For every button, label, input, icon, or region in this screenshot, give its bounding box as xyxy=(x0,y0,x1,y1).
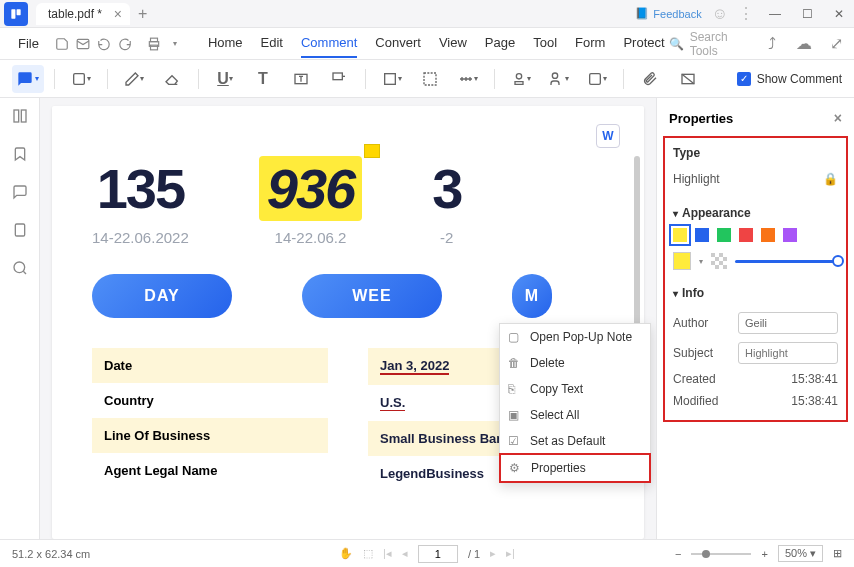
maximize-button[interactable]: ☐ xyxy=(796,3,818,25)
hide-tool[interactable] xyxy=(672,65,704,93)
menu-protect[interactable]: Protect xyxy=(623,29,664,58)
ctx-open-popup[interactable]: ▢Open Pop-Up Note xyxy=(500,324,650,350)
svg-rect-26 xyxy=(715,265,719,269)
ctx-properties[interactable]: ⚙Properties xyxy=(499,453,651,483)
user-icon[interactable]: ☺ xyxy=(712,5,728,23)
file-menu[interactable]: File xyxy=(8,32,49,55)
convert-word-icon[interactable]: W xyxy=(596,124,620,148)
swatch-blue[interactable] xyxy=(695,228,709,242)
zoom-slider[interactable] xyxy=(691,553,751,555)
pencil-tool[interactable]: ▾ xyxy=(118,65,150,93)
info-section[interactable]: ▾Info xyxy=(673,286,838,300)
menu-tool[interactable]: Tool xyxy=(533,29,557,58)
close-icon[interactable]: × xyxy=(834,110,842,126)
appearance-section[interactable]: ▾Appearance xyxy=(673,206,838,220)
note-tool[interactable]: ▾ xyxy=(12,65,44,93)
ctx-set-default[interactable]: ☑Set as Default xyxy=(500,428,650,454)
cloud-icon[interactable]: ☁ xyxy=(794,34,814,54)
swatch-purple[interactable] xyxy=(783,228,797,242)
zoom-out-icon[interactable]: − xyxy=(675,548,681,560)
close-button[interactable]: ✕ xyxy=(828,3,850,25)
app-icon xyxy=(4,2,28,26)
search-panel-icon[interactable] xyxy=(10,258,30,278)
hand-tool-icon[interactable]: ✋ xyxy=(339,547,353,560)
ctx-select-all[interactable]: ▣Select All xyxy=(500,402,650,428)
swatch-orange[interactable] xyxy=(761,228,775,242)
menu-comment[interactable]: Comment xyxy=(301,29,357,58)
page-input[interactable] xyxy=(418,545,458,563)
svg-rect-27 xyxy=(723,265,727,269)
titlebar: table.pdf * × + 📘 Feedback ☺ ⋮ — ☐ ✕ xyxy=(0,0,854,28)
feedback-button[interactable]: 📘 Feedback xyxy=(635,7,701,20)
fit-page-icon[interactable]: ⊞ xyxy=(833,547,842,560)
svg-rect-6 xyxy=(74,73,85,84)
last-page-icon[interactable]: ▸| xyxy=(506,547,515,560)
swatch-yellow[interactable] xyxy=(673,228,687,242)
swatch-green[interactable] xyxy=(717,228,731,242)
zoom-value[interactable]: 50% ▾ xyxy=(778,545,823,562)
fill-color[interactable] xyxy=(673,252,691,270)
highlighted-text[interactable]: 936 xyxy=(259,156,362,221)
first-page-icon[interactable]: |◂ xyxy=(383,547,392,560)
callout-tool[interactable] xyxy=(323,65,355,93)
note-marker-icon[interactable] xyxy=(364,144,380,158)
eraser-tool[interactable] xyxy=(156,65,188,93)
swatch-red[interactable] xyxy=(739,228,753,242)
menu-view[interactable]: View xyxy=(439,29,467,58)
table-row: Date xyxy=(92,348,328,383)
ctx-copy[interactable]: ⎘Copy Text xyxy=(500,376,650,402)
attachments-icon[interactable] xyxy=(10,220,30,240)
attachment-tool[interactable] xyxy=(634,65,666,93)
signature-tool[interactable]: ▾ xyxy=(543,65,575,93)
prev-page-icon[interactable]: ◂ xyxy=(402,547,408,560)
bookmarks-icon[interactable] xyxy=(10,144,30,164)
subject-input[interactable] xyxy=(738,342,838,364)
document-tab[interactable]: table.pdf * × xyxy=(36,3,130,25)
ctx-delete[interactable]: 🗑Delete xyxy=(500,350,650,376)
comments-icon[interactable] xyxy=(10,182,30,202)
pill-month[interactable]: M xyxy=(512,274,552,318)
transparency-icon[interactable] xyxy=(711,253,727,269)
shape-tool[interactable]: ▾ xyxy=(376,65,408,93)
svg-rect-15 xyxy=(14,110,19,122)
area-tool[interactable] xyxy=(414,65,446,93)
measure-tool[interactable]: ▾ xyxy=(452,65,484,93)
stamp-tool[interactable]: ▾ xyxy=(505,65,537,93)
add-tab-button[interactable]: + xyxy=(138,5,147,23)
print-icon[interactable] xyxy=(146,34,163,54)
menu-page[interactable]: Page xyxy=(485,29,515,58)
undo-icon[interactable] xyxy=(95,34,112,54)
thumbnails-icon[interactable] xyxy=(10,106,30,126)
menu-form[interactable]: Form xyxy=(575,29,605,58)
underline-tool[interactable]: U ▾ xyxy=(209,65,241,93)
print-dropdown-icon[interactable]: ▾ xyxy=(167,34,184,54)
textbox-tool[interactable] xyxy=(285,65,317,93)
more-icon[interactable]: ⋮ xyxy=(738,4,754,23)
canvas-area[interactable]: W 135 14-22.06.2022 936 14-22.06.2 3 -2 xyxy=(40,98,656,539)
expand-icon[interactable]: ⤢ xyxy=(826,34,846,54)
zoom-in-icon[interactable]: + xyxy=(761,548,767,560)
next-page-icon[interactable]: ▸ xyxy=(490,547,496,560)
menu-home[interactable]: Home xyxy=(208,29,243,58)
pill-day[interactable]: DAY xyxy=(92,274,232,318)
author-input[interactable] xyxy=(738,312,838,334)
text-tool[interactable]: T xyxy=(247,65,279,93)
search-tools[interactable]: 🔍 Search Tools xyxy=(669,30,746,58)
properties-panel: Properties × Type Highlight 🔒 ▾Appearanc… xyxy=(656,98,854,539)
save-icon[interactable] xyxy=(53,34,70,54)
menu-edit[interactable]: Edit xyxy=(261,29,283,58)
pill-week[interactable]: WEE xyxy=(302,274,442,318)
show-comment-toggle[interactable]: ✓ Show Comment xyxy=(737,72,842,86)
minimize-button[interactable]: — xyxy=(764,3,786,25)
scrollbar[interactable] xyxy=(634,156,640,336)
opacity-slider[interactable] xyxy=(735,260,838,263)
redo-icon[interactable] xyxy=(116,34,133,54)
menu-convert[interactable]: Convert xyxy=(375,29,421,58)
share-icon[interactable]: ⤴ xyxy=(762,34,782,54)
highlight-tool[interactable]: ▾ xyxy=(65,65,97,93)
tab-close-icon[interactable]: × xyxy=(114,6,122,22)
sticky-tool[interactable]: ▾ xyxy=(581,65,613,93)
lock-icon[interactable]: 🔒 xyxy=(823,172,838,186)
select-tool-icon[interactable]: ⬚ xyxy=(363,547,373,560)
mail-icon[interactable] xyxy=(74,34,91,54)
